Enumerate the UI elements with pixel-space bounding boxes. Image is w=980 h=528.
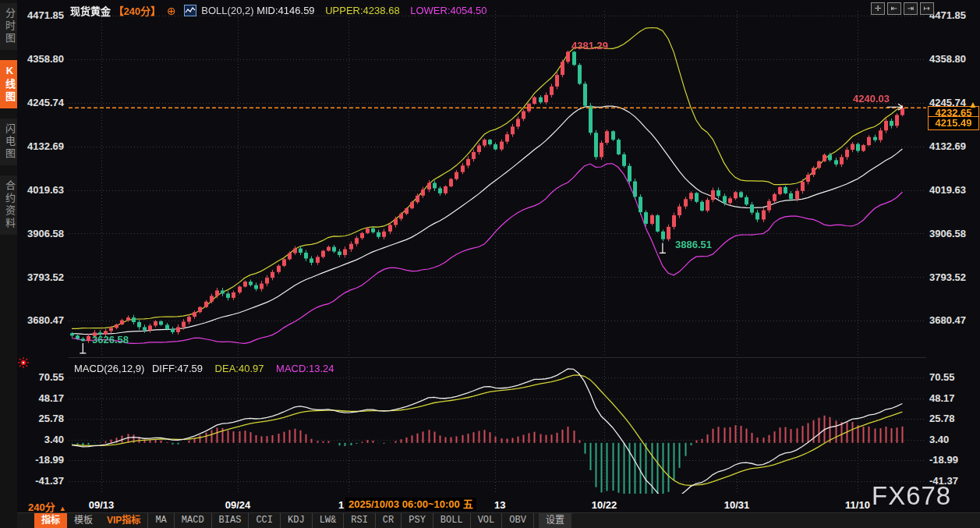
price-axis-label: 4019.63 [22, 185, 64, 195]
macd-axis-label: -18.99 [22, 455, 64, 465]
crosshair-icon[interactable]: ✛ [871, 2, 885, 15]
price-axis-label: 3793.52 [929, 272, 976, 282]
toolbar-boll-button[interactable]: BOLL [433, 513, 471, 528]
zoom-out-icon[interactable]: ⇤ [887, 2, 901, 15]
macd-macd-value: MACD:13.24 [276, 363, 334, 374]
price-chart-canvas[interactable] [69, 0, 928, 496]
peak-high-label: 4381.29 [571, 40, 608, 51]
toolbar-template-tab[interactable]: 模板 [67, 513, 100, 528]
macd-axis-label: -41.37 [22, 476, 64, 486]
x-tick-label: 09/24 [225, 499, 251, 511]
macd-axis-label: -18.99 [929, 455, 976, 465]
toolbar-settings-button[interactable]: 设置 [539, 513, 571, 528]
alert-dot-icon[interactable] [18, 357, 29, 371]
macd-axis-label: 48.17 [22, 393, 64, 403]
boll-mid-value: MID:4146.59 [256, 5, 314, 16]
sidebar: 分时图 K线图 闪电图 合约资料 [0, 0, 17, 528]
left-low-label: 3626.58 [92, 334, 129, 346]
period-label: 【240分】 [114, 5, 161, 17]
zoom-in-icon[interactable]: ⇥ [904, 2, 918, 15]
sidebar-tab-timeshare[interactable]: 分时图 [0, 3, 17, 50]
x-tick-label: 10/22 [592, 499, 617, 511]
macd-dea-value: DEA:40.97 [215, 363, 264, 374]
toolbar-cr-button[interactable]: CR [376, 513, 402, 528]
macd-axis-label: 3.40 [22, 434, 64, 445]
chart-header: 现货黄金 【240分】 ⊕ BOLL(20,2) MID:4146.59 UPP… [70, 3, 487, 16]
toolbar-lw-button[interactable]: LW& [313, 513, 345, 528]
watermark: FX678 [872, 481, 951, 511]
symbol-name: 现货黄金 [70, 5, 111, 17]
price-axis-label: 4245.74 [22, 97, 64, 108]
toolbar-psy-button[interactable]: PSY [402, 513, 433, 528]
x-tick-label: 09/13 [89, 499, 115, 511]
price-axis-label: 4471.85 [22, 10, 64, 20]
trading-app: 分时图 K线图 闪电图 合约资料 现货黄金 【240分】 ⊕ BOLL(20,2… [0, 0, 980, 528]
boll-upper-value: UPPER:4238.68 [325, 5, 399, 16]
price-up-arrow-icon: ▲ [968, 99, 978, 110]
bottom-toolbar: 指标 模板 VIP指标 MA MACD BIAS CCI KDJ LW& RSI… [17, 512, 980, 528]
x-tick-fragment: 1 [338, 499, 344, 511]
toolbar-ma-button[interactable]: MA [147, 513, 174, 528]
toolbar-bias-button[interactable]: BIAS [212, 513, 249, 528]
macd-axis-label: 48.17 [929, 393, 976, 403]
macd-axis-label: 3.40 [929, 434, 976, 445]
mini-chart-icon[interactable] [184, 5, 196, 16]
toolbar-vol-button[interactable]: VOL [471, 513, 503, 528]
sidebar-tab-kline[interactable]: K线图 [0, 60, 17, 108]
price-axis-label: 4471.85 [929, 10, 976, 20]
toolbar-rsi-button[interactable]: RSI [344, 513, 376, 528]
macd-name: MACD(26,12,9) [74, 363, 144, 374]
macd-axis-label: 70.55 [929, 372, 976, 382]
toolbar-indicator-tab[interactable]: 指标 [34, 513, 67, 528]
price-axis-label: 3680.47 [929, 315, 976, 325]
price-axis-label: 4358.80 [22, 54, 64, 64]
macd-axis-label: 70.55 [22, 372, 64, 382]
dropdown-up-icon: ▲ [59, 505, 66, 512]
price-axis-label: 3680.47 [22, 315, 64, 325]
toolbar-cci-button[interactable]: CCI [249, 513, 281, 528]
x-tick-label: 10/31 [724, 499, 750, 511]
price-axis-label: 3906.58 [22, 229, 64, 239]
pan-icon[interactable]: ↦ [920, 2, 934, 15]
price-axis-label: 3906.58 [929, 229, 976, 239]
boll-indicator-label: BOLL(20,2) [201, 5, 253, 16]
macd-diff-value: DIFF:47.59 [152, 363, 203, 374]
price-axis-label: 4132.69 [22, 141, 64, 151]
recent-high-label: 4240.03 [853, 93, 890, 105]
macd-header: MACD(26,12,9) DIFF:47.59 DEA:40.97 MACD:… [74, 363, 334, 374]
price-axis-label: 3793.52 [22, 272, 64, 282]
candle-time-tooltip: 2025/10/03 06:00~10:00五 [345, 498, 476, 511]
toolbar-kdj-button[interactable]: KDJ [281, 513, 313, 528]
sidebar-tab-lightning[interactable]: 闪电图 [0, 119, 17, 165]
alt-price-box: 4215.49 [928, 116, 979, 130]
toolbar-macd-button[interactable]: MACD [175, 513, 212, 528]
x-axis: 240分▲ 09/13 09/24 1 2025/10/03 06:00~10:… [0, 498, 980, 512]
x-tick-fragment: 13 [494, 499, 505, 511]
toolbar-vip-tab[interactable]: VIP指标 [100, 513, 147, 528]
boll-lower-value: LOWER:4054.50 [410, 5, 486, 16]
macd-axis-label: 25.78 [929, 413, 976, 423]
toolbar-obv-button[interactable]: OBV [502, 513, 534, 528]
macd-axis-label: 25.78 [22, 413, 64, 423]
x-tick-label: 11/10 [845, 499, 870, 511]
sidebar-tab-contract-info[interactable]: 合约资料 [0, 175, 17, 235]
price-axis-label: 4358.80 [929, 54, 976, 64]
swing-low-label: 3886.51 [675, 239, 712, 250]
chart-tools: ✛ ⇤ ⇥ ↦ [871, 2, 934, 15]
price-axis-label: 4132.69 [929, 141, 976, 151]
expand-icon[interactable]: ⊕ [167, 5, 176, 17]
price-axis-label: 4019.63 [929, 185, 976, 195]
